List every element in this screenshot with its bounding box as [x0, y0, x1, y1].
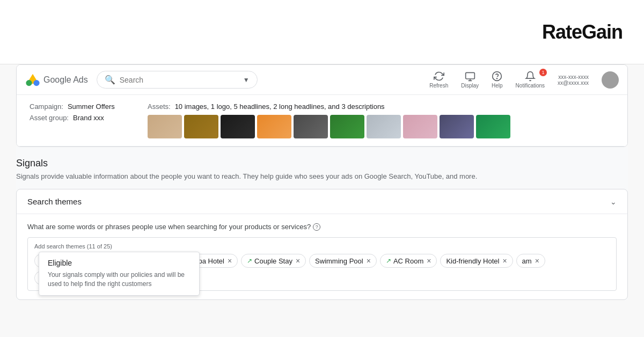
- thumbnail-3[interactable]: [221, 115, 255, 138]
- chip-label: am: [522, 257, 532, 265]
- chip-label: Swimming Pool: [315, 257, 363, 265]
- chip-couple-stay[interactable]: ↗ Couple Stay ×: [241, 254, 306, 268]
- thumbnail-1[interactable]: [148, 115, 182, 138]
- trend-icon: ↗: [386, 257, 391, 265]
- thumbnail-7[interactable]: [367, 115, 401, 138]
- chip-partial[interactable]: am ×: [516, 254, 545, 268]
- help-button[interactable]: Help: [492, 71, 503, 89]
- refresh-label: Refresh: [429, 83, 448, 89]
- trend-icon: ↗: [247, 257, 252, 265]
- card-title: Search themes: [27, 197, 82, 206]
- thumbnail-8[interactable]: [403, 115, 437, 138]
- thumbnail-4[interactable]: [257, 115, 291, 138]
- svg-point-2: [26, 80, 32, 86]
- chip-close-icon[interactable]: ×: [535, 257, 539, 265]
- rategain-logo: RateGain: [542, 21, 623, 43]
- search-themes-card: Search themes ⌄ What are some words or p…: [16, 189, 628, 300]
- thumbnail-10[interactable]: [476, 115, 510, 138]
- campaign-row: Campaign: Summer Offers: [30, 102, 126, 111]
- themes-input-area: Add search themes (11 of 25) ↗ Summer Ho…: [27, 237, 617, 291]
- question-text: What are some words or phrases people us…: [27, 223, 311, 231]
- help-icon-question[interactable]: ?: [313, 223, 320, 231]
- chip-swimming-pool[interactable]: Swimming Pool ×: [309, 254, 377, 268]
- google-ads-logo: Google Ads: [25, 72, 88, 87]
- chip-close-icon[interactable]: ×: [502, 257, 507, 265]
- search-icon: 🔍: [105, 75, 115, 85]
- eligible-tooltip: Eligible Your signals comply with our po…: [39, 252, 200, 296]
- top-bar: RateGain: [0, 0, 644, 64]
- themes-count-label: Add search themes (11 of 25): [34, 243, 610, 250]
- notification-badge: 1: [539, 69, 547, 76]
- user-email: xx@xxxx.xxx: [558, 80, 589, 86]
- chip-ac-room[interactable]: ↗ AC Room ×: [380, 254, 437, 268]
- assets-text: 10 images, 1 logo, 5 headlines, 2 long h…: [175, 102, 385, 111]
- bell-icon: [525, 71, 536, 82]
- google-ads-nav: Google Ads 🔍 ▼ Refresh: [17, 65, 627, 95]
- notifications-label: Notifications: [516, 83, 545, 89]
- chip-label: AC Room: [393, 257, 423, 265]
- asset-group-label: Asset group:: [30, 114, 69, 122]
- thumbnail-5[interactable]: [294, 115, 328, 138]
- assets-thumbnails: [148, 115, 510, 138]
- user-info: xxx-xxx-xxxx xx@xxxx.xxx: [558, 74, 589, 86]
- display-label: Display: [461, 83, 479, 89]
- svg-point-1: [33, 80, 39, 86]
- asset-group-row: Asset group: Brand xxx: [30, 114, 126, 122]
- chip-close-icon[interactable]: ×: [296, 257, 300, 265]
- google-ads-container: Google Ads 🔍 ▼ Refresh: [16, 64, 628, 147]
- eligible-title: Eligible: [48, 259, 191, 267]
- chip-close-icon[interactable]: ×: [427, 257, 431, 265]
- search-input[interactable]: [120, 76, 239, 84]
- assets-header: Assets: 10 images, 1 logo, 5 headlines, …: [148, 102, 510, 111]
- notifications-button[interactable]: 1 Notifications: [516, 71, 545, 89]
- assets-section: Assets: 10 images, 1 logo, 5 headlines, …: [148, 102, 510, 138]
- signals-description: Signals provide valuable information abo…: [16, 172, 628, 180]
- google-ads-logo-text: Google Ads: [43, 75, 88, 85]
- chip-label: Couple Stay: [254, 257, 292, 265]
- display-button[interactable]: Display: [461, 71, 479, 89]
- nav-actions: Refresh Display Help: [429, 71, 619, 89]
- search-themes-question: What are some words or phrases people us…: [27, 223, 617, 231]
- chevron-down-icon: ▼: [243, 76, 250, 84]
- refresh-button[interactable]: Refresh: [429, 71, 448, 89]
- main-content: Signals Signals provide valuable informa…: [16, 147, 628, 300]
- help-label: Help: [492, 83, 503, 89]
- campaign-label: Campaign:: [30, 102, 63, 111]
- signals-title: Signals: [16, 158, 628, 169]
- help-icon: [492, 71, 502, 82]
- campaign-meta: Campaign: Summer Offers Asset group: Bra…: [30, 102, 126, 122]
- chip-close-icon[interactable]: ×: [228, 257, 232, 265]
- display-icon: [465, 71, 475, 82]
- asset-group-value: Brand xxx: [73, 114, 104, 122]
- card-header: Search themes ⌄: [17, 189, 627, 214]
- chip-close-icon[interactable]: ×: [367, 257, 371, 265]
- assets-label: Assets:: [148, 102, 171, 111]
- thumbnail-9[interactable]: [440, 115, 474, 138]
- campaign-area: Campaign: Summer Offers Asset group: Bra…: [17, 95, 627, 146]
- search-bar[interactable]: 🔍 ▼: [97, 71, 258, 89]
- refresh-icon: [434, 71, 444, 82]
- chip-label: Kid-friendly Hotel: [446, 257, 499, 265]
- user-phone: xxx-xxx-xxxx: [558, 74, 589, 80]
- thumbnail-2[interactable]: [184, 115, 218, 138]
- collapse-button[interactable]: ⌄: [610, 197, 617, 206]
- eligible-desc: Your signals comply with our policies an…: [48, 270, 191, 289]
- card-body: What are some words or phrases people us…: [17, 214, 627, 299]
- google-ads-logo-icon: [25, 72, 40, 87]
- thumbnail-6[interactable]: [330, 115, 364, 138]
- chip-kid-friendly-hotel[interactable]: Kid-friendly Hotel ×: [440, 254, 513, 268]
- avatar[interactable]: [602, 71, 619, 89]
- svg-rect-3: [465, 72, 474, 79]
- campaign-value: Summer Offers: [68, 102, 115, 111]
